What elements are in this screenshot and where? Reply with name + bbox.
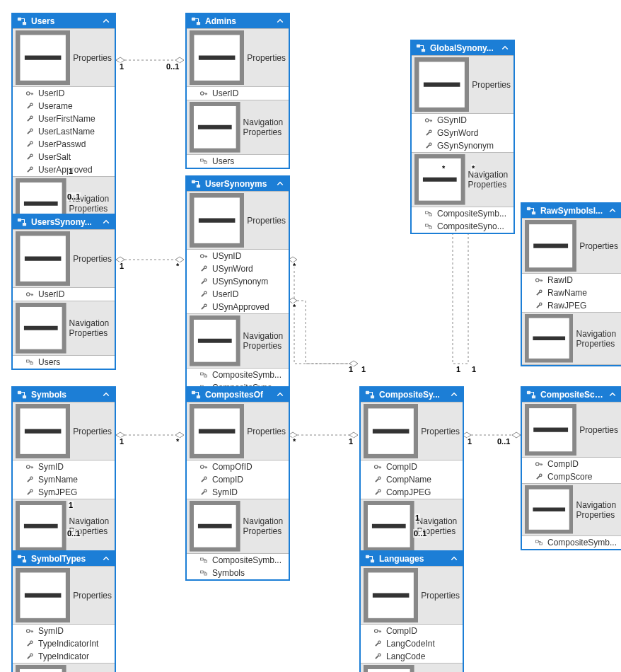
property-row[interactable]: UserPasswd (13, 138, 115, 151)
nav-properties-section-header[interactable]: Navigation Properties (187, 313, 289, 369)
property-row[interactable]: CompJPEG (361, 486, 463, 499)
entity-languages[interactable]: LanguagesPropertiesCompIDLangCodeIntLang… (359, 550, 464, 672)
collapse-icon[interactable] (16, 501, 66, 552)
entity-header[interactable]: Users (13, 14, 115, 28)
entity-header[interactable]: CompositeSco... (522, 388, 621, 402)
collapse-icon[interactable] (525, 404, 576, 456)
properties-section-header[interactable]: Properties (361, 402, 463, 460)
entity-admins[interactable]: AdminsPropertiesUserIDNavigation Propert… (185, 13, 290, 169)
entity-rawsymbols[interactable]: RawSymbolsI...PropertiesRawIDRawNameRawJ… (521, 202, 621, 366)
collapse-icon[interactable] (525, 485, 573, 533)
nav-property-row[interactable]: CompositeSymb... (522, 536, 621, 549)
entity-header[interactable]: CompositeSy... (361, 388, 463, 402)
property-row[interactable]: TypeIndicatorInt (13, 637, 115, 650)
collapse-icon[interactable] (414, 57, 469, 112)
property-row[interactable]: UserID (13, 87, 115, 100)
property-row[interactable]: UserID (13, 288, 115, 301)
property-row[interactable]: LangCodeInt (361, 637, 463, 650)
nav-properties-section-header[interactable]: Navigation Properties (522, 312, 621, 364)
property-row[interactable]: LangCode (361, 650, 463, 663)
collapse-icon[interactable] (364, 501, 414, 552)
entity-compositescore[interactable]: CompositeSco...PropertiesCompIDCompScore… (521, 386, 621, 550)
nav-property-row[interactable]: Users (187, 155, 289, 168)
entity-header[interactable]: SymbolTypes (13, 552, 115, 566)
property-row[interactable]: USynWord (187, 262, 289, 275)
chevron-up-icon[interactable] (102, 218, 110, 226)
property-row[interactable]: USynID (187, 250, 289, 262)
chevron-up-icon[interactable] (608, 390, 617, 399)
collapse-icon[interactable] (525, 220, 576, 272)
chevron-up-icon[interactable] (102, 390, 110, 399)
entity-header[interactable]: RawSymbolsI... (522, 204, 621, 218)
entity-header[interactable]: Symbols (13, 388, 115, 402)
properties-section-header[interactable]: Properties (412, 55, 513, 114)
chevron-up-icon[interactable] (276, 180, 284, 188)
nav-properties-section-header[interactable]: Navigation Properties (13, 663, 115, 672)
nav-property-row[interactable]: CompositeSyno... (412, 220, 513, 233)
properties-section-header[interactable]: Properties (13, 28, 115, 87)
chevron-up-icon[interactable] (276, 17, 284, 25)
property-row[interactable]: SymID (187, 486, 289, 499)
property-row[interactable]: SymID (13, 460, 115, 473)
nav-property-row[interactable]: Users (13, 356, 115, 369)
property-row[interactable]: RawJPEG (522, 299, 621, 312)
property-row[interactable]: SymID (13, 625, 115, 637)
chevron-up-icon[interactable] (608, 207, 617, 215)
nav-properties-section-header[interactable]: Navigation Properties (522, 483, 621, 535)
entity-compositesymbols[interactable]: CompositeSy...PropertiesCompIDCompNameCo… (359, 386, 464, 555)
property-row[interactable]: UserSalt (13, 151, 115, 163)
collapse-icon[interactable] (364, 665, 414, 672)
entity-users[interactable]: UsersPropertiesUserIDUserameUserFirstNam… (11, 13, 116, 233)
nav-properties-section-header[interactable]: Navigation Properties (361, 663, 463, 672)
collapse-icon[interactable] (16, 30, 70, 85)
collapse-icon[interactable] (16, 303, 66, 354)
collapse-icon[interactable] (190, 315, 240, 366)
collapse-icon[interactable] (16, 231, 70, 286)
property-row[interactable]: CompID (361, 625, 463, 637)
collapse-icon[interactable] (190, 501, 240, 552)
collapse-icon[interactable] (16, 404, 70, 458)
properties-section-header[interactable]: Properties (522, 402, 621, 458)
property-row[interactable]: SymName (13, 473, 115, 486)
entity-symboltypes[interactable]: SymbolTypesPropertiesSymIDTypeIndicatorI… (11, 550, 116, 672)
property-row[interactable]: Userame (13, 100, 115, 112)
collapse-icon[interactable] (16, 568, 70, 622)
properties-section-header[interactable]: Properties (187, 191, 289, 250)
entity-header[interactable]: UsersSynony... (13, 215, 115, 229)
property-row[interactable]: TypeIndicator (13, 650, 115, 663)
entity-usersynonyms[interactable]: UserSynonymsPropertiesUSynIDUSynWordUSyn… (185, 175, 290, 408)
property-row[interactable]: CompScore (522, 470, 621, 483)
collapse-icon[interactable] (414, 154, 465, 205)
chevron-up-icon[interactable] (102, 17, 110, 25)
collapse-icon[interactable] (190, 193, 244, 248)
property-row[interactable]: UserFirstName (13, 112, 115, 125)
property-row[interactable]: UserID (187, 288, 289, 301)
nav-properties-section-header[interactable]: Navigation Properties (13, 301, 115, 356)
property-row[interactable]: GSynID (412, 114, 513, 127)
entity-header[interactable]: Languages (361, 552, 463, 566)
property-row[interactable]: RawName (522, 286, 621, 299)
chevron-up-icon[interactable] (102, 555, 110, 563)
properties-section-header[interactable]: Properties (187, 402, 289, 460)
collapse-icon[interactable] (16, 665, 66, 672)
entity-header[interactable]: GlobalSynony... (412, 41, 513, 55)
entity-compositesof[interactable]: CompositesOfPropertiesCompOfIDCompIDSymI… (185, 386, 290, 581)
property-row[interactable]: CompID (361, 460, 463, 473)
properties-section-header[interactable]: Properties (13, 566, 115, 625)
nav-properties-section-header[interactable]: Navigation Properties (361, 499, 463, 554)
property-row[interactable]: CompID (522, 458, 621, 470)
collapse-icon[interactable] (190, 404, 244, 458)
entity-symbols[interactable]: SymbolsPropertiesSymIDSymNameSymJPEGNavi… (11, 386, 116, 555)
nav-property-row[interactable]: Symbols (187, 567, 289, 579)
property-row[interactable]: UserApproved (13, 163, 115, 176)
entity-userssynonyms[interactable]: UsersSynony...PropertiesUserIDNavigation… (11, 214, 116, 370)
property-row[interactable]: USynApproved (187, 301, 289, 313)
entity-globalsynonyms[interactable]: GlobalSynony...PropertiesGSynIDGSynWordG… (410, 40, 515, 234)
nav-property-row[interactable]: CompositeSymb... (412, 207, 513, 220)
property-row[interactable]: CompName (361, 473, 463, 486)
entity-header[interactable]: UserSynonyms (187, 177, 289, 191)
property-row[interactable]: CompOfID (187, 460, 289, 473)
properties-section-header[interactable]: Properties (187, 28, 289, 87)
nav-properties-section-header[interactable]: Navigation Properties (412, 152, 513, 207)
nav-property-row[interactable]: CompositeSymb... (187, 554, 289, 567)
